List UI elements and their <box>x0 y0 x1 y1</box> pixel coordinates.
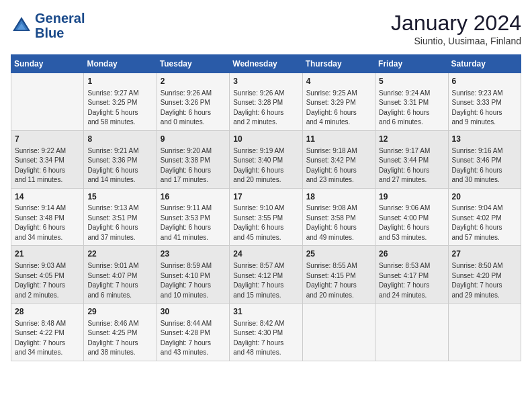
calendar-cell: 23Sunrise: 8:59 AM Sunset: 4:10 PM Dayli… <box>157 246 229 304</box>
calendar-cell: 30Sunrise: 8:44 AM Sunset: 4:28 PM Dayli… <box>157 304 229 361</box>
calendar-cell: 19Sunrise: 9:06 AM Sunset: 4:00 PM Dayli… <box>375 188 448 246</box>
calendar-cell <box>375 304 448 361</box>
day-number: 27 <box>452 248 517 260</box>
calendar-cell: 20Sunrise: 9:04 AM Sunset: 4:02 PM Dayli… <box>448 188 521 246</box>
day-info: Sunrise: 9:26 AM Sunset: 3:26 PM Dayligh… <box>161 89 226 128</box>
day-number: 23 <box>161 248 226 260</box>
calendar-cell: 13Sunrise: 9:16 AM Sunset: 3:46 PM Dayli… <box>448 130 521 188</box>
day-number: 13 <box>452 134 517 145</box>
logo-icon <box>11 15 32 36</box>
calendar-cell: 10Sunrise: 9:19 AM Sunset: 3:40 PM Dayli… <box>230 130 302 188</box>
calendar-cell: 21Sunrise: 9:03 AM Sunset: 4:05 PM Dayli… <box>11 246 84 304</box>
day-info: Sunrise: 9:17 AM Sunset: 3:44 PM Dayligh… <box>379 146 444 185</box>
logo-text: General Blue <box>35 11 85 40</box>
calendar-cell: 6Sunrise: 9:23 AM Sunset: 3:33 PM Daylig… <box>448 73 521 131</box>
day-number: 29 <box>87 306 152 318</box>
day-info: Sunrise: 9:16 AM Sunset: 3:46 PM Dayligh… <box>452 146 517 185</box>
calendar-cell: 2Sunrise: 9:26 AM Sunset: 3:26 PM Daylig… <box>157 73 229 131</box>
day-info: Sunrise: 9:18 AM Sunset: 3:42 PM Dayligh… <box>306 146 371 185</box>
calendar-cell: 1Sunrise: 9:27 AM Sunset: 3:25 PM Daylig… <box>84 73 157 131</box>
day-info: Sunrise: 8:55 AM Sunset: 4:15 PM Dayligh… <box>306 261 371 300</box>
calendar-body: 1Sunrise: 9:27 AM Sunset: 3:25 PM Daylig… <box>11 73 521 361</box>
day-info: Sunrise: 8:59 AM Sunset: 4:10 PM Dayligh… <box>161 261 226 300</box>
day-number: 17 <box>233 191 298 203</box>
day-info: Sunrise: 9:03 AM Sunset: 4:05 PM Dayligh… <box>15 261 80 300</box>
day-number: 31 <box>233 306 298 318</box>
day-number: 4 <box>306 76 371 87</box>
calendar-cell: 24Sunrise: 8:57 AM Sunset: 4:12 PM Dayli… <box>230 246 302 304</box>
day-info: Sunrise: 8:48 AM Sunset: 4:22 PM Dayligh… <box>15 319 80 358</box>
col-saturday: Saturday <box>448 55 521 73</box>
page-header: General Blue January 2024 Siuntio, Uusim… <box>11 11 521 46</box>
col-thursday: Thursday <box>302 55 375 73</box>
day-number: 12 <box>379 134 444 145</box>
day-number: 26 <box>379 248 444 260</box>
day-number: 6 <box>452 76 517 87</box>
day-number: 10 <box>233 134 298 145</box>
day-info: Sunrise: 9:13 AM Sunset: 3:51 PM Dayligh… <box>87 203 152 242</box>
day-number: 28 <box>15 306 80 318</box>
day-number: 5 <box>379 76 444 87</box>
day-info: Sunrise: 9:20 AM Sunset: 3:38 PM Dayligh… <box>161 146 226 185</box>
day-info: Sunrise: 8:57 AM Sunset: 4:12 PM Dayligh… <box>233 261 298 300</box>
calendar-cell <box>448 304 521 361</box>
day-info: Sunrise: 9:27 AM Sunset: 3:25 PM Dayligh… <box>87 89 152 128</box>
day-info: Sunrise: 8:46 AM Sunset: 4:25 PM Dayligh… <box>87 319 152 358</box>
calendar-cell: 8Sunrise: 9:21 AM Sunset: 3:36 PM Daylig… <box>84 130 157 188</box>
calendar-header: Sunday Monday Tuesday Wednesday Thursday… <box>11 55 521 73</box>
calendar-cell: 9Sunrise: 9:20 AM Sunset: 3:38 PM Daylig… <box>157 130 229 188</box>
day-info: Sunrise: 9:26 AM Sunset: 3:28 PM Dayligh… <box>233 89 298 128</box>
calendar-cell: 11Sunrise: 9:18 AM Sunset: 3:42 PM Dayli… <box>302 130 375 188</box>
calendar-cell: 15Sunrise: 9:13 AM Sunset: 3:51 PM Dayli… <box>84 188 157 246</box>
col-friday: Friday <box>375 55 448 73</box>
day-info: Sunrise: 9:24 AM Sunset: 3:31 PM Dayligh… <box>379 89 444 128</box>
day-number: 16 <box>161 191 226 203</box>
day-info: Sunrise: 9:21 AM Sunset: 3:36 PM Dayligh… <box>87 146 152 185</box>
calendar-cell: 28Sunrise: 8:48 AM Sunset: 4:22 PM Dayli… <box>11 304 84 361</box>
calendar-row: 28Sunrise: 8:48 AM Sunset: 4:22 PM Dayli… <box>11 304 521 361</box>
day-info: Sunrise: 9:04 AM Sunset: 4:02 PM Dayligh… <box>452 203 517 242</box>
col-wednesday: Wednesday <box>230 55 302 73</box>
day-number: 15 <box>87 191 152 203</box>
day-info: Sunrise: 9:10 AM Sunset: 3:55 PM Dayligh… <box>233 203 298 242</box>
calendar-cell: 12Sunrise: 9:17 AM Sunset: 3:44 PM Dayli… <box>375 130 448 188</box>
calendar-cell: 4Sunrise: 9:25 AM Sunset: 3:29 PM Daylig… <box>302 73 375 131</box>
calendar-cell: 14Sunrise: 9:14 AM Sunset: 3:48 PM Dayli… <box>11 188 84 246</box>
day-info: Sunrise: 9:14 AM Sunset: 3:48 PM Dayligh… <box>15 203 80 242</box>
month-title: January 2024 <box>391 11 521 36</box>
col-sunday: Sunday <box>11 55 84 73</box>
calendar-row: 1Sunrise: 9:27 AM Sunset: 3:25 PM Daylig… <box>11 73 521 131</box>
day-info: Sunrise: 8:53 AM Sunset: 4:17 PM Dayligh… <box>379 261 444 300</box>
day-number: 30 <box>161 306 226 318</box>
day-number: 21 <box>15 248 80 260</box>
day-number: 19 <box>379 191 444 203</box>
day-number: 3 <box>233 76 298 87</box>
location-subtitle: Siuntio, Uusimaa, Finland <box>391 36 521 46</box>
calendar-cell: 27Sunrise: 8:50 AM Sunset: 4:20 PM Dayli… <box>448 246 521 304</box>
day-info: Sunrise: 9:11 AM Sunset: 3:53 PM Dayligh… <box>161 203 226 242</box>
day-number: 20 <box>452 191 517 203</box>
day-number: 14 <box>15 191 80 203</box>
title-block: January 2024 Siuntio, Uusimaa, Finland <box>391 11 521 46</box>
day-number: 7 <box>15 134 80 145</box>
calendar-cell <box>302 304 375 361</box>
day-info: Sunrise: 9:06 AM Sunset: 4:00 PM Dayligh… <box>379 203 444 242</box>
day-number: 24 <box>233 248 298 260</box>
logo: General Blue <box>11 11 85 40</box>
calendar-cell: 5Sunrise: 9:24 AM Sunset: 3:31 PM Daylig… <box>375 73 448 131</box>
calendar-row: 14Sunrise: 9:14 AM Sunset: 3:48 PM Dayli… <box>11 188 521 246</box>
day-number: 9 <box>161 134 226 145</box>
calendar-cell: 26Sunrise: 8:53 AM Sunset: 4:17 PM Dayli… <box>375 246 448 304</box>
calendar-cell: 29Sunrise: 8:46 AM Sunset: 4:25 PM Dayli… <box>84 304 157 361</box>
calendar-cell: 17Sunrise: 9:10 AM Sunset: 3:55 PM Dayli… <box>230 188 302 246</box>
calendar-table: Sunday Monday Tuesday Wednesday Thursday… <box>11 54 521 361</box>
day-info: Sunrise: 9:08 AM Sunset: 3:58 PM Dayligh… <box>306 203 371 242</box>
calendar-cell: 3Sunrise: 9:26 AM Sunset: 3:28 PM Daylig… <box>230 73 302 131</box>
day-info: Sunrise: 9:22 AM Sunset: 3:34 PM Dayligh… <box>15 146 80 185</box>
day-number: 18 <box>306 191 371 203</box>
day-number: 11 <box>306 134 371 145</box>
day-info: Sunrise: 8:42 AM Sunset: 4:30 PM Dayligh… <box>233 319 298 358</box>
calendar-cell: 16Sunrise: 9:11 AM Sunset: 3:53 PM Dayli… <box>157 188 229 246</box>
day-number: 8 <box>87 134 152 145</box>
day-info: Sunrise: 9:23 AM Sunset: 3:33 PM Dayligh… <box>452 89 517 128</box>
